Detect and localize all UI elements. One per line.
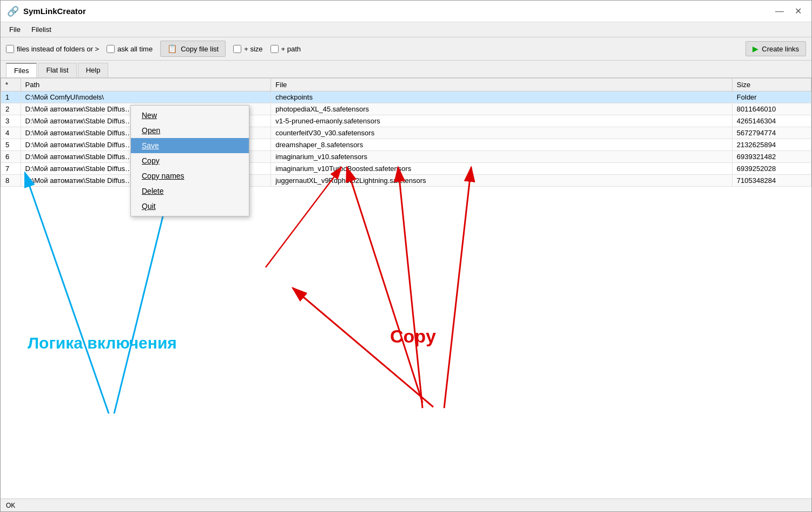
close-button[interactable]: ✕ — [791, 5, 805, 17]
table-container: * Path File Size 1 C:\Мой ComfyUI\models… — [1, 78, 811, 498]
main-window: 🔗 SymLinkCreator — ✕ File Filelist files… — [0, 0, 812, 512]
cell-file: photopediaXL_45.safetensors — [271, 103, 732, 115]
cell-file: v1-5-pruned-emaonly.safetensors — [271, 115, 732, 127]
cell-size: Folder — [732, 91, 811, 103]
tab-help[interactable]: Help — [78, 63, 109, 77]
path-checkbox[interactable] — [270, 45, 279, 53]
col-file: File — [271, 78, 732, 91]
ask-all-time-checkbox[interactable] — [107, 45, 115, 53]
menu-file[interactable]: File — [5, 24, 25, 35]
cell-path: C:\Мой ComfyUI\models\ — [21, 91, 271, 103]
cell-file: imaginarium_v10.safetensors — [271, 151, 732, 163]
table-row[interactable]: 1 C:\Мой ComfyUI\models\ checkpoints Fol… — [1, 91, 811, 103]
title-controls: — ✕ — [772, 5, 805, 17]
cell-num: 3 — [1, 115, 21, 127]
table-row[interactable]: 2 D:\Мой автоматик\Stable Diffus…usion\ … — [1, 103, 811, 115]
context-menu-item[interactable]: Open — [131, 123, 249, 138]
context-menu-item[interactable]: Delete — [131, 183, 249, 199]
toolbar: files instead of folders or > ask all ti… — [1, 37, 811, 61]
menu-bar: File Filelist — [1, 22, 811, 37]
col-size: Size — [732, 78, 811, 91]
cell-size: 2132625894 — [732, 139, 811, 151]
cell-size: 6939252028 — [732, 163, 811, 175]
cell-file: imaginarium_v10TurboBoosted.safetensors — [271, 163, 732, 175]
cell-size: 6939321482 — [732, 151, 811, 163]
title-left: 🔗 SymLinkCreator — [7, 5, 86, 17]
context-menu-item[interactable]: New — [131, 108, 249, 123]
table-row[interactable]: 8 D:\Мой автоматик\Stable Diffus…usion\ … — [1, 175, 811, 187]
files-checkbox[interactable] — [6, 45, 14, 53]
play-icon: ▶ — [752, 44, 758, 53]
status-bar: OK — [1, 498, 811, 511]
table-row[interactable]: 4 D:\Мой автоматик\Stable Diffus…usion\ … — [1, 127, 811, 139]
title-bar: 🔗 SymLinkCreator — ✕ — [1, 1, 811, 22]
cell-num: 2 — [1, 103, 21, 115]
cell-num: 1 — [1, 91, 21, 103]
copy-icon: 📋 — [167, 44, 177, 54]
status-text: OK — [6, 502, 15, 509]
path-checkbox-item[interactable]: + path — [270, 45, 301, 53]
ask-all-time-label: ask all time — [117, 45, 153, 53]
cell-file: juggernautXL_v9Rdphoto2Lightning.safeten… — [271, 175, 732, 187]
context-menu: NewOpenSaveCopyCopy namesDeleteQuit — [130, 105, 249, 216]
files-checkbox-item[interactable]: files instead of folders or > — [6, 45, 99, 53]
cell-num: 8 — [1, 175, 21, 187]
table-header-row: * Path File Size — [1, 78, 811, 91]
context-menu-item[interactable]: Copy names — [131, 168, 249, 183]
cell-size: 8011646010 — [732, 103, 811, 115]
tab-flat-list[interactable]: Flat list — [38, 63, 76, 77]
copy-file-list-label: Copy file list — [181, 45, 219, 53]
size-label: + size — [244, 45, 262, 53]
table-row[interactable]: 7 D:\Мой автоматик\Stable Diffus…usion\ … — [1, 163, 811, 175]
cell-num: 6 — [1, 151, 21, 163]
cell-size: 4265146304 — [732, 115, 811, 127]
app-title: SymLinkCreator — [23, 6, 86, 16]
size-checkbox-item[interactable]: + size — [233, 45, 262, 53]
context-menu-item[interactable]: Quit — [131, 199, 249, 214]
context-menu-item[interactable]: Copy — [131, 153, 249, 168]
cell-num: 4 — [1, 127, 21, 139]
col-path: Path — [21, 78, 271, 91]
path-label: + path — [281, 45, 301, 53]
create-links-label: Create links — [762, 45, 799, 53]
table-row[interactable]: 6 D:\Мой автоматик\Stable Diffus…usion\ … — [1, 151, 811, 163]
table-row[interactable]: 5 D:\Мой автоматик\Stable Diffus…usion\ … — [1, 139, 811, 151]
ask-all-time-checkbox-item[interactable]: ask all time — [107, 45, 153, 53]
context-menu-item[interactable]: Save — [131, 138, 249, 153]
col-star: * — [1, 78, 21, 91]
cell-num: 5 — [1, 139, 21, 151]
minimize-button[interactable]: — — [772, 5, 787, 17]
menu-filelist[interactable]: Filelist — [27, 24, 56, 35]
size-checkbox[interactable] — [233, 45, 241, 53]
files-checkbox-label: files instead of folders or > — [17, 45, 99, 53]
tabs: Files Flat list Help — [1, 61, 811, 78]
cell-file: dreamshaper_8.safetensors — [271, 139, 732, 151]
copy-file-list-button[interactable]: 📋 Copy file list — [160, 41, 226, 57]
cell-size: 7105348284 — [732, 175, 811, 187]
file-table: * Path File Size 1 C:\Мой ComfyUI\models… — [1, 78, 811, 187]
cell-file: checkpoints — [271, 91, 732, 103]
tab-files[interactable]: Files — [6, 63, 37, 77]
cell-size: 5672794774 — [732, 127, 811, 139]
table-row[interactable]: 3 D:\Мой автоматик\Stable Diffus…usion\ … — [1, 115, 811, 127]
app-icon: 🔗 — [7, 5, 19, 17]
create-links-button[interactable]: ▶ Create links — [745, 41, 806, 56]
cell-file: counterfeitV30_v30.safetensors — [271, 127, 732, 139]
content-area: * Path File Size 1 C:\Мой ComfyUI\models… — [1, 78, 811, 498]
cell-num: 7 — [1, 163, 21, 175]
